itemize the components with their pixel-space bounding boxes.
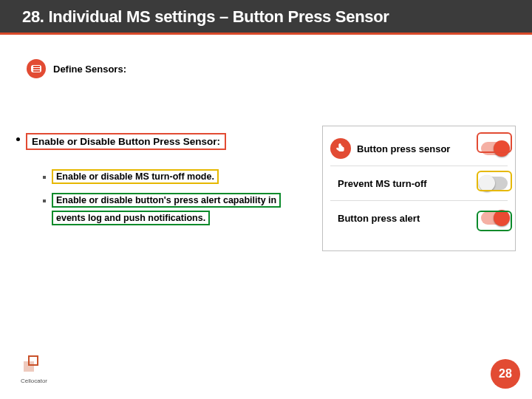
list-item: Enable or disable button's press alert c… — [43, 192, 338, 228]
bullet-dot — [16, 137, 20, 141]
page-number: 28 — [499, 367, 512, 381]
row-button-press-sensor: Button press sensor — [330, 134, 508, 163]
brand-name: Cellocator — [21, 378, 47, 384]
title-bar: 28. Individual MS settings – Button Pres… — [0, 0, 532, 33]
bullet-dot — [43, 200, 46, 202]
button-press-icon — [330, 138, 351, 159]
row-label: Button press alert — [338, 213, 481, 224]
accent-rule — [0, 33, 532, 35]
slide: 28. Individual MS settings – Button Pres… — [0, 0, 532, 399]
divider — [330, 166, 508, 166]
toggle-button-press-alert[interactable] — [481, 211, 508, 225]
list-item: Enable or disable MS turn-off mode. — [43, 168, 338, 186]
row-prevent-turn-off: Prevent MS turn-off — [330, 168, 508, 198]
slide-title: 28. Individual MS settings – Button Pres… — [22, 7, 510, 27]
sub-bullet-1: Enable or disable MS turn-off mode. — [52, 169, 219, 184]
row-label: Prevent MS turn-off — [338, 178, 481, 189]
toggle-prevent-turn-off[interactable] — [481, 177, 508, 190]
sub-bullet-2-line1: Enable or disable button's press alert c… — [52, 193, 281, 208]
row-label: Button press sensor — [357, 143, 481, 154]
page-number-badge: 28 — [491, 359, 520, 389]
brand-logo: Cellocator — [21, 355, 47, 384]
main-bullet: Enable or Disable Button Press Sensor: — [16, 133, 226, 150]
row-button-press-alert: Button press alert — [330, 203, 508, 233]
sub-bullet-list: Enable or disable MS turn-off mode. Enab… — [43, 168, 338, 233]
sub-bullet-2-line2: events log and push notifications. — [52, 211, 210, 225]
main-bullet-text: Enable or Disable Button Press Sensor: — [26, 133, 226, 150]
bullet-dot — [43, 176, 46, 179]
toggle-button-press-sensor[interactable] — [481, 142, 508, 155]
define-sensors-label: Define Sensors: — [53, 64, 126, 75]
logo-mark-icon — [24, 355, 44, 376]
sensor-list-icon — [27, 59, 46, 78]
divider — [330, 200, 508, 201]
define-sensors-row: Define Sensors: — [27, 59, 516, 78]
settings-panel: Button press sensor Prevent MS turn-off … — [322, 126, 516, 251]
